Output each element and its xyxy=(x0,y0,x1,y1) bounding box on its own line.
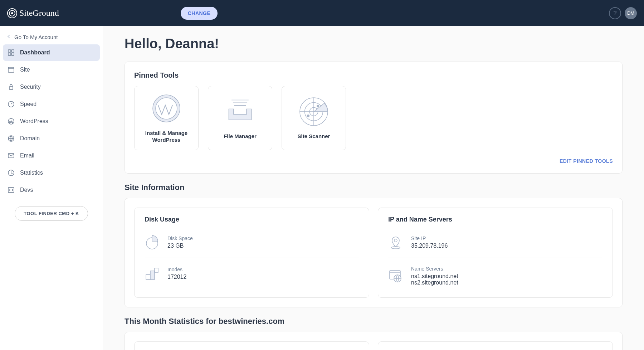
tool-finder-button[interactable]: TOOL FINDER CMD + K xyxy=(15,206,88,221)
tool-label: Install & Manage WordPress xyxy=(138,130,195,144)
site-ip-label: Site IP xyxy=(411,235,448,241)
svg-rect-0 xyxy=(8,50,11,52)
tool-install-wordpress[interactable]: Install & Manage WordPress xyxy=(134,86,199,150)
avatar[interactable]: DM xyxy=(625,7,637,19)
globe-icon xyxy=(7,135,15,142)
svg-rect-1 xyxy=(11,50,14,52)
statistics-icon xyxy=(7,169,15,177)
nameservers-label: Name Servers xyxy=(411,266,458,272)
site-ip-value: 35.209.78.196 xyxy=(411,243,448,249)
sidebar-item-wordpress[interactable]: WordPress xyxy=(3,113,100,130)
ip-nameservers-card: IP and Name Servers Site IP 35.209.78.19… xyxy=(378,208,613,298)
svg-rect-4 xyxy=(8,67,14,72)
sidebar-item-label: Site xyxy=(20,67,30,73)
sidebar-item-label: Statistics xyxy=(20,170,43,176)
sidebar-item-label: WordPress xyxy=(20,118,48,125)
disk-space-value: 23 GB xyxy=(167,243,193,249)
svg-point-17 xyxy=(317,105,319,107)
help-icon: ? xyxy=(614,10,617,16)
arrow-left-icon xyxy=(6,34,11,40)
inodes-value: 172012 xyxy=(167,274,186,280)
file-manager-icon xyxy=(225,96,255,127)
svg-rect-2 xyxy=(8,53,11,55)
radar-icon xyxy=(298,96,329,127)
tool-label: Site Scanner xyxy=(298,133,330,140)
page-greeting: Hello, Deanna! xyxy=(125,36,623,52)
main-content: Hello, Deanna! Pinned Tools Install & Ma… xyxy=(103,26,644,350)
wordpress-icon xyxy=(7,117,15,125)
tool-label: File Manager xyxy=(224,133,257,140)
site-information-title: Site Information xyxy=(125,183,623,192)
svg-rect-9 xyxy=(8,154,14,158)
sidebar-item-label: Speed xyxy=(20,101,36,107)
back-link-label: Go To My Account xyxy=(14,34,58,40)
svg-point-18 xyxy=(307,115,309,117)
logo[interactable]: SiteGround xyxy=(7,8,59,18)
svg-point-23 xyxy=(394,239,397,242)
sidebar-item-security[interactable]: Security xyxy=(3,79,100,95)
site-information-card: Disk Usage Disk Space 23 GB Inodes 17201… xyxy=(125,198,623,307)
pie-chart-icon xyxy=(145,235,160,250)
lock-icon xyxy=(7,83,15,91)
sidebar-item-devs[interactable]: Devs xyxy=(3,182,100,198)
sidebar-item-email[interactable]: Email xyxy=(3,147,100,164)
pinned-tools-title: Pinned Tools xyxy=(134,71,613,79)
inodes-label: Inodes xyxy=(167,267,186,272)
pinned-tools-card: Pinned Tools Install & Manage WordPress … xyxy=(125,62,623,174)
speed-icon xyxy=(7,100,15,108)
unique-visitors-card: Unique Visitors - 6744 xyxy=(134,341,369,350)
pageviews-card: Pageviews - 33325 xyxy=(378,341,613,350)
wordpress-badge-icon xyxy=(151,93,182,124)
mail-icon xyxy=(7,152,15,160)
sidebar-item-site[interactable]: Site xyxy=(3,62,100,78)
sidebar-item-domain[interactable]: Domain xyxy=(3,130,100,147)
nameserver-2: ns2.siteground.net xyxy=(411,279,458,286)
sidebar-item-label: Email xyxy=(20,152,34,159)
tool-site-scanner[interactable]: Site Scanner xyxy=(282,86,346,150)
svg-rect-22 xyxy=(155,268,158,272)
help-button[interactable]: ? xyxy=(609,7,621,19)
change-button[interactable]: CHANGE xyxy=(181,7,218,20)
svg-rect-21 xyxy=(150,271,155,279)
sidebar: Go To My Account Dashboard Site Security… xyxy=(0,26,103,350)
site-icon xyxy=(7,66,15,74)
month-statistics-card: Unique Visitors - 6744 Pageviews - 33325 xyxy=(125,332,623,350)
browser-globe-icon xyxy=(388,268,403,283)
tool-file-manager[interactable]: File Manager xyxy=(208,86,272,150)
ip-nameservers-title: IP and Name Servers xyxy=(388,216,602,223)
sidebar-item-label: Domain xyxy=(20,135,40,142)
svg-rect-5 xyxy=(9,87,13,89)
disk-space-label: Disk Space xyxy=(167,235,193,241)
month-statistics-title: This Month Statistics for bestwineries.c… xyxy=(125,317,623,326)
svg-rect-20 xyxy=(146,274,150,279)
svg-rect-3 xyxy=(11,53,14,55)
nameserver-1: ns1.siteground.net xyxy=(411,273,458,279)
sidebar-item-speed[interactable]: Speed xyxy=(3,96,100,112)
inodes-icon xyxy=(145,266,160,281)
location-pin-icon xyxy=(388,235,403,250)
dashboard-icon xyxy=(7,49,15,57)
logo-icon xyxy=(7,8,17,18)
edit-pinned-tools-link[interactable]: EDIT PINNED TOOLS xyxy=(134,158,613,164)
sidebar-item-label: Devs xyxy=(20,187,33,193)
top-header: SiteGround CHANGE ? DM xyxy=(0,0,644,26)
back-to-account-link[interactable]: Go To My Account xyxy=(3,31,100,43)
sidebar-item-label: Security xyxy=(20,84,41,90)
sidebar-item-label: Dashboard xyxy=(20,49,50,56)
code-icon xyxy=(7,186,15,194)
logo-text: SiteGround xyxy=(19,8,59,18)
disk-usage-title: Disk Usage xyxy=(145,216,359,223)
sidebar-item-statistics[interactable]: Statistics xyxy=(3,165,100,181)
sidebar-item-dashboard[interactable]: Dashboard xyxy=(3,44,100,61)
disk-usage-card: Disk Usage Disk Space 23 GB Inodes 17201… xyxy=(134,208,369,298)
